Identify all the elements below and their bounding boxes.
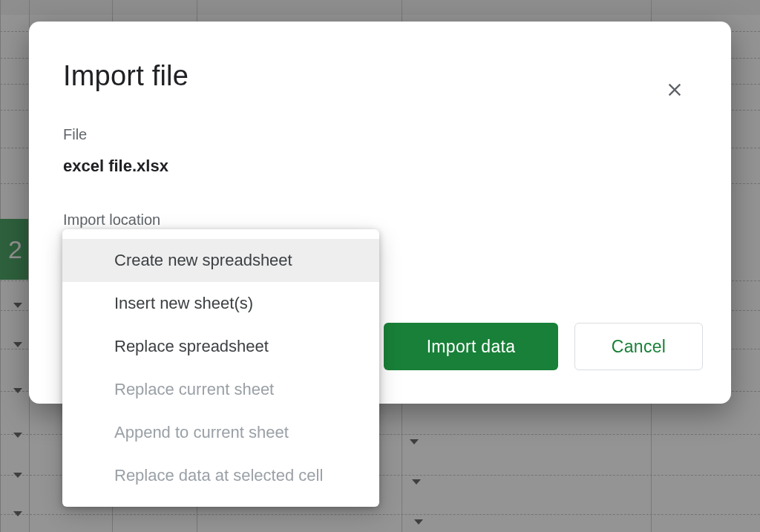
file-label: File: [63, 126, 688, 143]
dropdown-option[interactable]: Create new spreadsheet: [62, 239, 379, 282]
close-button[interactable]: [660, 79, 689, 109]
dropdown-option: Replace data at selected cell: [62, 454, 379, 497]
dropdown-option[interactable]: Insert new sheet(s): [62, 282, 379, 325]
close-icon: [664, 79, 685, 100]
cancel-label: Cancel: [612, 337, 666, 357]
dropdown-option: Replace current sheet: [62, 368, 379, 411]
dropdown-option-label: Replace data at selected cell: [114, 466, 323, 485]
dropdown-option-label: Insert new sheet(s): [114, 294, 253, 313]
file-name: excel file.xlsx: [63, 157, 688, 176]
dialog-title: Import file: [63, 60, 688, 92]
dropdown-option: Append to current sheet: [62, 411, 379, 454]
dropdown-option[interactable]: Replace spreadsheet: [62, 325, 379, 368]
cancel-button[interactable]: Cancel: [574, 323, 703, 370]
dropdown-option-label: Append to current sheet: [114, 423, 289, 442]
import-data-label: Import data: [427, 337, 516, 357]
dropdown-option-label: Replace spreadsheet: [114, 337, 269, 356]
import-location-label: Import location: [63, 211, 688, 229]
dialog-buttons: Import data Cancel: [384, 323, 703, 370]
dropdown-option-label: Create new spreadsheet: [114, 251, 292, 270]
import-data-button[interactable]: Import data: [384, 323, 558, 370]
dropdown-option-label: Replace current sheet: [114, 380, 274, 399]
import-location-dropdown[interactable]: Create new spreadsheetInsert new sheet(s…: [62, 229, 379, 507]
